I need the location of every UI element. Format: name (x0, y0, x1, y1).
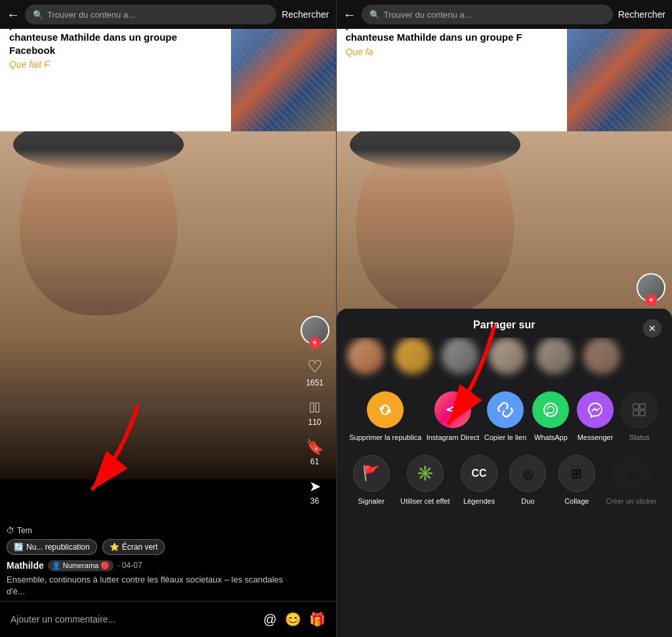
contact-item-1[interactable] (347, 338, 384, 374)
copy-link-icon (487, 391, 524, 428)
right-sidebar-right: + (637, 273, 665, 302)
rechercher-button-left[interactable]: Rechercher (282, 9, 329, 20)
share-sheet-title: Partager sur (473, 319, 535, 331)
video-area-left[interactable] (0, 118, 336, 479)
status-icon (621, 391, 658, 428)
share-count-left: 36 (310, 496, 319, 506)
tag-row-left: 🔄 Nu... republication ⭐ Écran vert (7, 539, 297, 555)
right-sidebar-left: + ♡ 1651 ⊙⃝ 110 🔖 61 ➤ 36 (301, 316, 329, 506)
share-action-signaler[interactable]: 🚩 Signaler (352, 455, 391, 506)
gift-icon-left[interactable]: 🎁 (309, 611, 326, 627)
search-bar-right: ← 🔍 Trouver du contenu a... Rechercher (337, 0, 673, 29)
svg-rect-4 (640, 404, 645, 409)
share-action-messenger[interactable]: Messenger (576, 391, 615, 442)
at-icon-left[interactable]: @ (263, 612, 276, 627)
share-actions-row2: 🚩 Signaler ✳️ Utiliser cet effet CC Lége… (337, 446, 673, 510)
contact-avatar-2 (394, 338, 431, 374)
creator-avatar-left[interactable]: + (301, 316, 329, 345)
comment-group-left: ⊙⃝ 110 (308, 399, 321, 427)
search-input-right[interactable]: 🔍 Trouver du contenu a... (362, 5, 613, 24)
share-action-collage[interactable]: ⊞ Collage (557, 455, 597, 506)
contact-item-6[interactable] (583, 338, 620, 374)
tag-ecran-vert[interactable]: ⭐ Écran vert (102, 539, 165, 555)
share-action-effect[interactable]: ✳️ Utiliser cet effet (400, 455, 450, 506)
search-input-left[interactable]: 🔍 Trouver du contenu a... (25, 5, 276, 24)
effect-icon: ✳️ (407, 455, 444, 492)
collage-label: Collage (564, 497, 589, 506)
back-button-left[interactable]: ← (7, 7, 20, 22)
duo-icon: ◎ (509, 455, 546, 492)
signaler-label: Signaler (358, 497, 385, 506)
description-left: Ensemble, continuons à lutter contre les… (7, 574, 297, 598)
instagram-direct-label: Instagram Direct (427, 433, 480, 442)
status-label: Status (629, 433, 650, 442)
share-action-copy-link[interactable]: Copier le lien (484, 391, 526, 442)
bookmark-group-left: 🔖 61 (306, 439, 324, 466)
contacts-row (337, 338, 673, 385)
share-actions-row1: Supprimer la republica Instagram Direct (337, 385, 673, 446)
bookmark-icon-left[interactable]: 🔖 (306, 439, 324, 456)
share-action-instagram-direct[interactable]: Instagram Direct (427, 391, 480, 442)
author-row-left: Mathilde 👤 Numerama 🔴 · 04-07 (7, 560, 297, 571)
article-subtitle-left: Que fait F (9, 59, 188, 70)
sticker-label: Créer un sticker (606, 497, 657, 506)
share-icon-left[interactable]: ➤ (309, 478, 321, 495)
search-icon-right: 🔍 (369, 10, 380, 20)
share-sheet-header: Partager sur ✕ (337, 309, 673, 338)
author-date-left: · 04-07 (117, 561, 142, 570)
bookmark-count-left: 61 (310, 457, 319, 466)
contact-avatar-1 (347, 338, 384, 374)
comment-icon-left[interactable]: ⊙⃝ (309, 399, 320, 416)
search-placeholder-left: Trouver du contenu a... (47, 10, 135, 20)
rechercher-button-right[interactable]: Rechercher (618, 9, 665, 20)
share-action-republica[interactable]: Supprimer la republica (349, 391, 421, 442)
instagram-direct-icon (434, 391, 471, 428)
tag-republication[interactable]: 🔄 Nu... republication (7, 539, 97, 555)
bottom-toolbar-left: Ajouter un commentaire... @ 😊 🎁 (0, 601, 336, 637)
contact-item-2[interactable] (394, 338, 431, 374)
emoji-icon-left[interactable]: 😊 (285, 611, 301, 627)
search-bar-left: ← 🔍 Trouver du contenu a... Rechercher (0, 0, 336, 29)
contact-item-5[interactable] (536, 338, 573, 374)
author-name-left[interactable]: Mathilde (7, 560, 44, 571)
follow-button-right[interactable]: + (645, 294, 657, 306)
comment-input-left[interactable]: Ajouter un commentaire... (10, 614, 255, 625)
collage-icon: ⊞ (558, 455, 595, 492)
contact-item-3[interactable] (442, 338, 478, 374)
article-subtitle-right: Que fa (346, 47, 524, 57)
like-count-left: 1651 (306, 378, 324, 387)
share-action-sticker[interactable]: ＋ Créer un sticker (606, 455, 657, 506)
search-icon-left: 🔍 (33, 10, 43, 20)
whatsapp-label: WhatsApp (534, 433, 568, 442)
messenger-icon (577, 391, 614, 428)
contact-avatar-5 (536, 338, 573, 374)
share-group-left: ➤ 36 (309, 478, 321, 506)
like-group-left: ♡ 1651 (306, 357, 324, 387)
share-sheet-close[interactable]: ✕ (643, 319, 662, 338)
share-sheet: Partager sur ✕ (337, 309, 673, 637)
author-badge-left[interactable]: 👤 Numerama 🔴 (48, 560, 114, 571)
messenger-label: Messenger (578, 433, 613, 442)
bottom-info-left: ⏱ Tem 🔄 Nu... republication ⭐ Écran vert… (7, 524, 297, 598)
republica-label: Supprimer la republica (349, 433, 421, 442)
creator-avatar-right[interactable]: + (637, 273, 665, 302)
contact-avatar-4 (489, 338, 526, 374)
back-button-right[interactable]: ← (343, 7, 356, 22)
share-action-whatsapp[interactable]: WhatsApp (531, 391, 570, 442)
left-panel: ← 🔍 Trouver du contenu a... Rechercher G… (0, 0, 336, 637)
comment-count-left: 110 (308, 418, 321, 427)
contact-avatar-6 (583, 338, 620, 374)
share-action-legendes[interactable]: CC Légendes (459, 455, 499, 506)
whatsapp-icon (532, 391, 569, 428)
republica-icon (367, 391, 404, 428)
contact-avatar-3 (442, 338, 478, 374)
effect-label: Utiliser cet effet (400, 497, 450, 506)
timer-badge-left: ⏱ Tem (7, 526, 32, 535)
sticker-icon: ＋ (613, 455, 650, 492)
right-panel: ← 🔍 Trouver du contenu a... Rechercher G… (337, 0, 673, 637)
like-icon-left[interactable]: ♡ (307, 357, 322, 377)
contact-item-4[interactable] (489, 338, 526, 374)
share-action-duo[interactable]: ◎ Duo (508, 455, 547, 506)
share-action-status[interactable]: Status (620, 391, 659, 442)
follow-button-left[interactable]: + (309, 337, 321, 349)
